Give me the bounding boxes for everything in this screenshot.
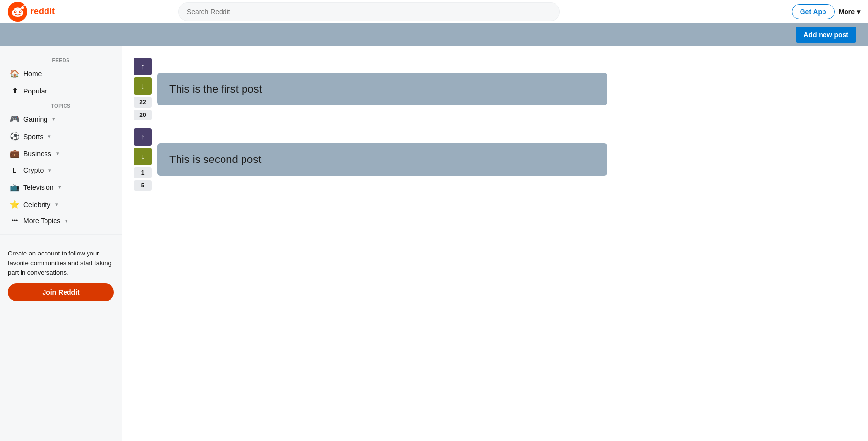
sports-chevron-icon: ▾ xyxy=(48,133,51,139)
upvote-button-2[interactable]: ↑ xyxy=(134,128,152,146)
gaming-chevron-icon: ▾ xyxy=(52,116,55,122)
sidebar-item-home[interactable]: 🏠 Home xyxy=(2,65,120,82)
more-button[interactable]: More ▾ xyxy=(839,8,860,16)
sidebar-item-business[interactable]: 💼 Business ▾ xyxy=(2,145,120,162)
television-chevron-icon: ▾ xyxy=(58,184,61,190)
post-title-2[interactable]: This is second post xyxy=(157,143,607,176)
header: reddit Get App More ▾ xyxy=(0,0,868,23)
feeds-label: FEEDS xyxy=(0,54,122,65)
sidebar-popular-label: Popular xyxy=(23,87,47,95)
main-content: ↑ ↓ 22 20 This is the first post ↑ ↓ 1 5… xyxy=(122,46,868,210)
sidebar-television-label: Television xyxy=(23,184,53,191)
television-icon: 📺 xyxy=(10,183,20,192)
sidebar-sports-label: Sports xyxy=(23,133,43,140)
sidebar: FEEDS 🏠 Home ⬆ Popular TOPICS 🎮 Gaming ▾… xyxy=(0,46,122,210)
add-post-button[interactable]: Add new post xyxy=(796,27,856,43)
search-input[interactable] xyxy=(178,2,560,21)
celebrity-icon: ⭐ xyxy=(10,200,20,209)
search-bar xyxy=(178,2,560,21)
svg-point-6 xyxy=(20,11,21,12)
logo-link[interactable]: reddit xyxy=(8,2,55,22)
sidebar-item-celebrity[interactable]: ⭐ Celebrity ▾ xyxy=(2,196,120,210)
upvote-count-2: 1 xyxy=(134,167,152,178)
upvote-button-1[interactable]: ↑ xyxy=(134,58,152,75)
vote-column-2: ↑ ↓ 1 5 xyxy=(134,128,152,191)
logo-text: reddit xyxy=(30,6,55,17)
post-row: ↑ ↓ 1 5 This is second post xyxy=(134,128,856,191)
vote-column-1: ↑ ↓ 22 20 xyxy=(134,58,152,120)
celebrity-chevron-icon: ▾ xyxy=(55,201,58,208)
header-right: Get App More ▾ xyxy=(792,4,860,19)
gaming-icon: 🎮 xyxy=(10,115,20,124)
popular-icon: ⬆ xyxy=(10,86,20,95)
get-app-button[interactable]: Get App xyxy=(792,4,835,19)
sidebar-crypto-label: Crypto xyxy=(23,166,44,174)
layout: FEEDS 🏠 Home ⬆ Popular TOPICS 🎮 Gaming ▾… xyxy=(0,46,868,210)
upvote-count-1: 22 xyxy=(134,97,152,108)
sidebar-item-popular[interactable]: ⬆ Popular xyxy=(2,82,120,99)
sidebar-celebrity-label: Celebrity xyxy=(23,201,50,209)
downvote-count-1: 20 xyxy=(134,110,152,120)
sub-header: Add new post xyxy=(0,23,868,46)
sidebar-item-crypto[interactable]: ₿ Crypto ▾ xyxy=(2,162,120,179)
post-title-1[interactable]: This is the first post xyxy=(157,73,607,105)
downvote-button-2[interactable]: ↓ xyxy=(134,148,152,165)
svg-point-5 xyxy=(15,11,16,12)
sidebar-item-gaming[interactable]: 🎮 Gaming ▾ xyxy=(2,111,120,128)
topics-label: TOPICS xyxy=(0,99,122,111)
sidebar-business-label: Business xyxy=(23,150,51,158)
downvote-button-1[interactable]: ↓ xyxy=(134,77,152,95)
business-chevron-icon: ▾ xyxy=(56,150,59,157)
svg-point-4 xyxy=(21,6,24,9)
business-icon: 💼 xyxy=(10,149,20,158)
sidebar-item-television[interactable]: 📺 Television ▾ xyxy=(2,179,120,196)
reddit-logo-icon xyxy=(8,2,27,22)
crypto-chevron-icon: ▾ xyxy=(48,167,51,174)
downvote-count-2: 5 xyxy=(134,180,152,191)
home-icon: 🏠 xyxy=(10,69,20,78)
sidebar-gaming-label: Gaming xyxy=(23,116,47,123)
svg-point-1 xyxy=(12,9,23,17)
post-row: ↑ ↓ 22 20 This is the first post xyxy=(134,58,856,120)
sidebar-home-label: Home xyxy=(23,70,42,78)
sidebar-item-sports[interactable]: ⚽ Sports ▾ xyxy=(2,128,120,145)
crypto-icon: ₿ xyxy=(10,166,20,175)
sports-icon: ⚽ xyxy=(10,132,20,141)
